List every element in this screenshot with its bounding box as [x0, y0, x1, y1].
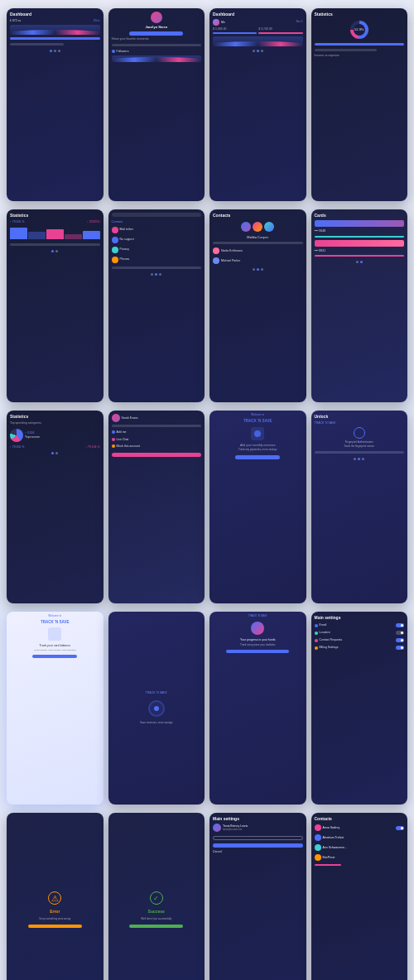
prog-title: Your progress in your funds — [213, 638, 303, 641]
cf-name-1: Anna Saiknry — [323, 826, 395, 829]
phone-card-main-settings: Main settings Email Location Contact Req… — [311, 612, 408, 805]
tns-tagline: Save revenues, more savings — [140, 722, 173, 725]
stats-nav — [10, 250, 100, 252]
phone-card-profile-menu: Sarah Evans Add me Live Chat Block this … — [108, 411, 205, 603]
phone-grid-row4: Welcome to TRACK 'N SAVE Track your card… — [0, 612, 414, 813]
pie-nav — [10, 452, 100, 454]
phone-card-success: ✓ Success Well done! you successfully — [108, 813, 205, 980]
phone-grid-row3: Statistics Top spending categories ↑ 0.5… — [0, 411, 414, 612]
set-dot-4 — [315, 646, 318, 650]
fingerprint-hint: Touch the fingerprint sensor — [315, 445, 405, 449]
mi-dot-2 — [112, 438, 115, 441]
contact-avatars-row — [213, 222, 303, 232]
card-divider-1 — [315, 236, 405, 238]
set-dot-1 — [315, 624, 318, 627]
card-title-dashboard1: Dashboard — [10, 12, 100, 17]
credit-card-1 — [315, 220, 405, 227]
stat-value-1: £ 672 cc — [10, 19, 21, 23]
contact-avatar-1 — [112, 227, 118, 233]
menu-item-1[interactable]: Add me — [112, 430, 202, 435]
remove-account-btn[interactable] — [213, 836, 303, 840]
card-title-stats1: Statistics — [315, 12, 405, 17]
cards-d2 — [360, 261, 363, 263]
menu-item-2[interactable]: Live Chat — [112, 437, 202, 443]
phone-card-contacts-final: Contacts Anna Saiknry Abrahum Trinket An… — [311, 813, 408, 980]
pie-stat-1: ↑ 79.10k % — [10, 445, 24, 449]
menu-avatar — [112, 414, 120, 422]
income-label: $ 5,980.00 — [213, 27, 257, 31]
income-bar — [213, 32, 257, 34]
cf-name-4: BriePircie — [323, 856, 405, 859]
setting-2[interactable]: Location — [315, 630, 405, 636]
contacts-section: Contacts — [112, 220, 202, 224]
search-bar[interactable] — [112, 213, 202, 217]
toggle-4[interactable] — [396, 646, 404, 650]
cf-bar — [315, 864, 342, 866]
menu-header: Sarah Evans — [112, 414, 202, 422]
dot-3 — [58, 50, 60, 52]
dash-avatar — [213, 19, 219, 26]
great-btn[interactable] — [226, 650, 289, 653]
contact-name-1: Mail tether — [120, 228, 133, 232]
add-account-btn[interactable] — [213, 843, 303, 848]
setting-3[interactable]: Contact Requests — [315, 637, 405, 643]
follow-btn[interactable] — [129, 31, 183, 36]
error-ok-btn[interactable] — [28, 925, 82, 928]
skip-btn[interactable] — [235, 455, 280, 459]
card-title-cards: Cards — [315, 213, 405, 218]
stats-bar-2 — [315, 49, 378, 51]
stat-pct-2: ↓ 25205% — [87, 220, 100, 224]
progress-bar-2 — [10, 43, 64, 46]
contact-3: Privacy — [112, 246, 202, 254]
stat-pct-1: ↑ 79.10k % — [10, 220, 24, 224]
contact-name-2: No support — [120, 238, 134, 242]
wave-3 — [213, 36, 303, 46]
toggle-1[interactable] — [396, 623, 404, 627]
cf-name-2: Abrahum Trinket — [323, 836, 405, 839]
cf-toggle-1[interactable] — [396, 826, 404, 830]
phone-card-settings-2: Main settings Tania Betney Lewis tania@e… — [209, 813, 306, 980]
pd-2 — [55, 452, 58, 454]
cf-1: Anna Saiknry — [315, 824, 405, 832]
account-cancel: Cancel — [213, 850, 303, 854]
contact-item-b1: Nadia Kohlmann — [213, 247, 303, 255]
contact-name-4: Phones — [120, 257, 130, 262]
un-d3 — [362, 458, 364, 460]
cn-dot-3 — [159, 273, 161, 276]
settings-title: Main settings — [315, 615, 405, 620]
dot-2 — [54, 50, 56, 52]
setting-1[interactable]: Email — [315, 622, 405, 628]
s-dot-1 — [51, 250, 54, 252]
tns-brand: TRACK 'N SAVE — [146, 691, 167, 695]
settings2-title: Main settings — [213, 816, 303, 821]
error-icon: ⚠ — [48, 891, 61, 905]
card-divider-2 — [315, 255, 405, 257]
contact-item-b2: Michael Parker — [213, 257, 303, 265]
phone-card-error: ⚠ Error Sorry something went wrong — [7, 813, 104, 980]
success-title: Success — [148, 909, 165, 914]
fingerprint-icon[interactable] — [354, 427, 365, 439]
wl-desc: Smart savings, more savings, smart spend… — [10, 649, 100, 651]
ci-name-b2: Michael Parker — [221, 259, 240, 263]
phone-card-contacts-1: Contacts Mail tether No support Privacy … — [108, 209, 205, 402]
setting-4[interactable]: Billing Settings — [315, 645, 405, 651]
wl-skip-btn[interactable] — [32, 655, 77, 658]
toggle-2[interactable] — [396, 631, 404, 635]
profile-avatar — [151, 12, 162, 23]
c2d-3 — [261, 268, 263, 271]
menu-item-3[interactable]: Block this account — [112, 444, 202, 449]
credit-card-2 — [315, 240, 405, 247]
success-thanks-btn[interactable] — [129, 925, 183, 928]
phone-card-statistics-2: Statistics ↑ 79.10k % ↓ 25205% — [7, 209, 104, 402]
contact-4: Phones — [112, 256, 202, 264]
menu-divider — [112, 425, 202, 427]
toggle-3[interactable] — [396, 638, 404, 642]
un-d1 — [354, 458, 356, 460]
cancel-btn[interactable] — [112, 453, 202, 457]
contact-divider — [112, 267, 202, 269]
error-title: Error — [50, 909, 60, 914]
stat-item-1: Followers — [112, 49, 202, 55]
donut-inner: 52.9% — [354, 24, 365, 36]
phone-card-dashboard-1: Dashboard £ 672 cc 23 m — [7, 8, 104, 201]
onb-desc: Track any payments, more savings — [213, 449, 303, 452]
